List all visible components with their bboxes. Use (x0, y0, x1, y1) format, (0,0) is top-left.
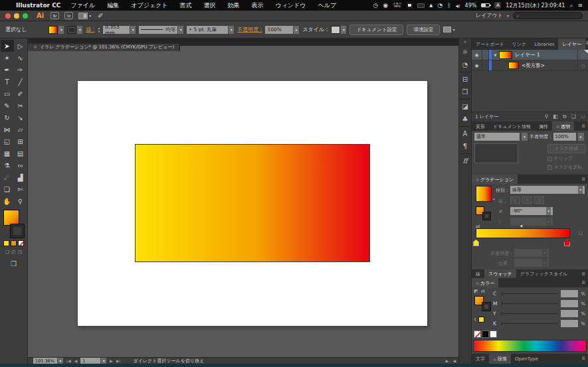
paragraph-styles-icon[interactable]: ¶ (459, 140, 471, 153)
blend-tool[interactable]: ∾ (14, 159, 27, 171)
close-window-button[interactable] (5, 13, 11, 19)
transparency-opacity-field[interactable]: 100% (553, 133, 576, 141)
memory-indicator[interactable]: メモリ 99% (393, 3, 402, 9)
free-transform-tool[interactable]: ▱ (14, 123, 27, 135)
fill-color-swatch[interactable] (49, 26, 58, 34)
menu-type[interactable]: 書式 (173, 1, 197, 10)
stroke-color-swatch[interactable] (67, 26, 76, 34)
tab-gradient[interactable]: ≎ グラデーション (472, 175, 518, 184)
gradient-fill-stroke-indicator[interactable] (476, 206, 490, 220)
gradient-angle-field[interactable]: -90° ▾ (510, 207, 553, 215)
selection-tool[interactable]: ➤ (1, 40, 14, 52)
visibility-eye-icon[interactable]: ◉ (472, 60, 482, 70)
pencil-tool[interactable]: ✎ (1, 100, 14, 111)
preferences-button[interactable]: 環境設定 (407, 25, 440, 35)
transparency-opacity-arrow-icon[interactable]: ▸ (578, 133, 584, 141)
tab-libraries[interactable]: Libraries (530, 38, 558, 50)
character-styles-icon[interactable]: A (459, 127, 471, 140)
bridge-button[interactable]: Br (50, 12, 59, 19)
menubar-datetime[interactable]: 12月15日(木) 23:09:41 (506, 2, 565, 9)
symbol-sprayer-tool[interactable]: ☄ (1, 171, 14, 183)
volume-icon[interactable]: ◀) (456, 3, 460, 8)
gradient-mode-swatch[interactable] (11, 240, 17, 246)
bluetooth-icon[interactable]: ᛒ (447, 2, 450, 9)
screen-mode-button[interactable]: ❐ (0, 260, 27, 267)
object-name[interactable]: <長方形> (522, 62, 545, 69)
scale-tool[interactable]: ↘ (14, 111, 27, 123)
image-trace-icon[interactable]: ◪ (459, 100, 471, 113)
symbols-icon[interactable]: ♣ (459, 113, 471, 125)
rotate-tool[interactable]: ↻ (1, 111, 14, 123)
tab-opentype[interactable]: OpenType (511, 354, 542, 364)
tab-swatches[interactable]: スウォッチ (484, 269, 516, 278)
gradient-stop-red[interactable] (564, 240, 570, 246)
new-sublayer-icon[interactable]: ⧉ (563, 113, 567, 120)
tab-graphic-styles[interactable]: グラフィックスタイル (516, 269, 572, 278)
object-thumbnail[interactable] (508, 62, 519, 69)
draw-behind-mode-icon[interactable]: ◰ (11, 250, 16, 255)
notification-center-icon[interactable]: ≡ (577, 2, 583, 9)
artboard-tool[interactable]: ❏ (1, 183, 14, 195)
minimize-window-button[interactable] (14, 13, 19, 19)
gradient-tool[interactable]: ▤ (14, 147, 27, 159)
opacity-panel-link[interactable]: 不透明度 : (237, 26, 262, 33)
draw-normal-mode-icon[interactable]: ❏ (5, 250, 9, 255)
curvature-tool[interactable]: ✑ (14, 64, 27, 76)
color-panel-menu-icon[interactable]: ≣ (581, 278, 588, 287)
scissors-tool[interactable]: ✂ (14, 100, 27, 111)
canvas[interactable] (28, 46, 458, 357)
none-color-swatch[interactable] (474, 330, 481, 338)
browser-icon[interactable]: ◉ (383, 2, 388, 9)
stroke-color-dropdown-icon[interactable]: ▾ (76, 26, 82, 34)
arrange-documents-dropdown-icon[interactable]: ▾ (89, 13, 91, 18)
share-icon[interactable]: ✐ (98, 12, 103, 19)
menu-object[interactable]: オブジェクト (125, 1, 173, 10)
channel-k-slider[interactable] (502, 323, 558, 324)
color-spectrum-bar[interactable] (473, 340, 587, 352)
zoom-dropdown-icon[interactable]: ▾ (57, 358, 63, 364)
layer-name[interactable]: レイヤー 1 (515, 52, 540, 58)
workspace-switcher[interactable]: レイアウト (476, 12, 503, 19)
channel-k-value-field[interactable] (561, 320, 578, 327)
tab-character[interactable]: 文字 (472, 354, 489, 364)
panel-options-dropdown-icon[interactable]: ▾ (452, 27, 454, 32)
width-tool[interactable]: ⋈ (1, 123, 14, 135)
channel-c-value-field[interactable] (561, 290, 578, 297)
swap-fill-stroke-icon[interactable]: ⇄ (481, 289, 485, 294)
delete-stop-icon[interactable]: ⊔ (578, 230, 583, 236)
gradient-preset-dropdown-icon[interactable]: ▾ (493, 197, 495, 201)
stroke-width-stepper[interactable]: ▴ ▾ (98, 27, 100, 33)
wifi-icon[interactable]: ▲ (429, 3, 433, 8)
type-panel-menu-icon[interactable]: ≣ (581, 354, 588, 364)
tab-artboards[interactable]: アートボード (472, 38, 508, 50)
status-expand-icon[interactable]: ▶ (446, 358, 449, 363)
panel-options-icon[interactable] (443, 27, 451, 33)
channel-c-slider[interactable] (502, 293, 558, 294)
swatches-panel-menu-icon[interactable]: ≣ (581, 269, 588, 278)
glyphs-icon[interactable]: ﬀ (459, 155, 471, 167)
gradient-stop-yellow[interactable] (473, 240, 479, 246)
fill-indicator[interactable] (3, 210, 19, 226)
line-segment-tool[interactable]: ╱ (14, 76, 27, 88)
document-tab[interactable]: × イラレ グラデーション* @ 101.36% (CMYK/GPU プレビュー… (28, 44, 180, 51)
stroke-width-dropdown-icon[interactable]: ▾ (130, 26, 136, 34)
eyedropper-tool[interactable]: ⚗ (1, 159, 14, 171)
tab-stroke[interactable]: 線 (472, 269, 484, 278)
stroke-gradient-along-button[interactable]: ⊓ (522, 196, 532, 204)
gradient-slider[interactable] (476, 228, 570, 238)
make-mask-button[interactable]: マスク作成 (547, 144, 586, 153)
gradient-type-field[interactable]: 線形 ▾ (510, 186, 585, 194)
lock-cell[interactable] (482, 50, 489, 60)
artboard[interactable] (78, 81, 427, 326)
type-tool[interactable]: T (1, 76, 14, 88)
stroke-gradient-within-button[interactable]: ⊏ (510, 196, 520, 204)
prev-artboard-icon[interactable]: ◀ (74, 358, 78, 363)
search-input[interactable]: ⌕ (513, 12, 583, 19)
tab-layers[interactable]: レイヤー (558, 38, 585, 50)
layers-panel-menu-icon[interactable]: ≣ (585, 38, 588, 50)
separations-preview-icon[interactable]: ◔ (459, 58, 471, 71)
disclosure-triangle-icon[interactable]: ▼ (492, 53, 499, 57)
tab-transform[interactable]: 変形 (472, 121, 489, 131)
channel-m-slider[interactable] (502, 303, 558, 304)
magic-wand-tool[interactable]: ✶ (1, 52, 14, 64)
